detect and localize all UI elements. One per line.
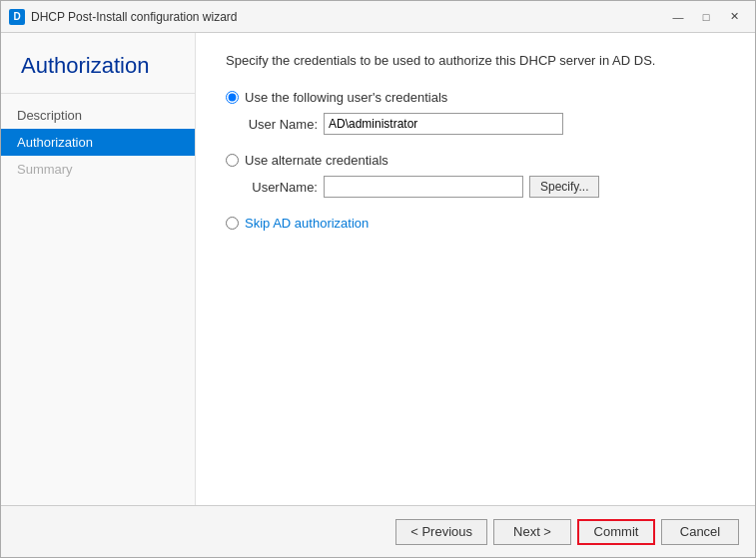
window-title: DHCP Post-Install configuration wizard: [31, 10, 238, 24]
title-bar: D DHCP Post-Install configuration wizard…: [1, 1, 755, 33]
page-heading: Authorization: [1, 33, 195, 94]
specify-button[interactable]: Specify...: [529, 176, 599, 198]
option3-group: Skip AD authorization: [226, 216, 725, 231]
previous-button[interactable]: < Previous: [395, 519, 487, 545]
title-bar-left: D DHCP Post-Install configuration wizard: [9, 9, 238, 25]
option3-radio[interactable]: [226, 217, 239, 230]
option3-radio-row: Skip AD authorization: [226, 216, 725, 231]
option2-label[interactable]: Use alternate credentials: [245, 153, 388, 168]
option1-label[interactable]: Use the following user's credentials: [245, 90, 447, 105]
username-field[interactable]: [324, 113, 563, 135]
window-controls: — □ ✕: [665, 7, 747, 27]
cancel-button[interactable]: Cancel: [661, 519, 739, 545]
sidebar-item-description[interactable]: Description: [1, 102, 195, 129]
option1-field-label: User Name:: [248, 117, 318, 132]
main-window: D DHCP Post-Install configuration wizard…: [0, 0, 756, 558]
option2-radio[interactable]: [226, 154, 239, 167]
alternate-username-field[interactable]: [324, 176, 523, 198]
commit-button[interactable]: Commit: [577, 519, 655, 545]
maximize-button[interactable]: □: [693, 7, 719, 27]
option1-field-row: User Name:: [248, 113, 725, 135]
option2-radio-row: Use alternate credentials: [226, 153, 725, 168]
footer: < Previous Next > Commit Cancel: [1, 505, 755, 557]
option1-radio-row: Use the following user's credentials: [226, 90, 725, 105]
sidebar-item-authorization[interactable]: Authorization: [1, 129, 195, 156]
option1-radio[interactable]: [226, 91, 239, 104]
option2-field-label: UserName:: [248, 180, 318, 195]
close-button[interactable]: ✕: [721, 7, 747, 27]
sidebar-nav: Description Authorization Summary: [1, 94, 195, 183]
option1-group: Use the following user's credentials Use…: [226, 90, 725, 135]
minimize-button[interactable]: —: [665, 7, 691, 27]
main-content: Specify the credentials to be used to au…: [196, 33, 755, 505]
option2-field-row: UserName: Specify...: [248, 176, 725, 198]
sidebar-item-summary: Summary: [1, 156, 195, 183]
content-area: Authorization Description Authorization …: [1, 33, 755, 505]
option2-group: Use alternate credentials UserName: Spec…: [226, 153, 725, 198]
next-button[interactable]: Next >: [493, 519, 571, 545]
app-icon: D: [9, 9, 25, 25]
option3-label[interactable]: Skip AD authorization: [245, 216, 369, 231]
instruction-text: Specify the credentials to be used to au…: [226, 53, 725, 68]
sidebar: Authorization Description Authorization …: [1, 33, 196, 505]
option3-label-text: Skip AD authorization: [245, 216, 369, 231]
